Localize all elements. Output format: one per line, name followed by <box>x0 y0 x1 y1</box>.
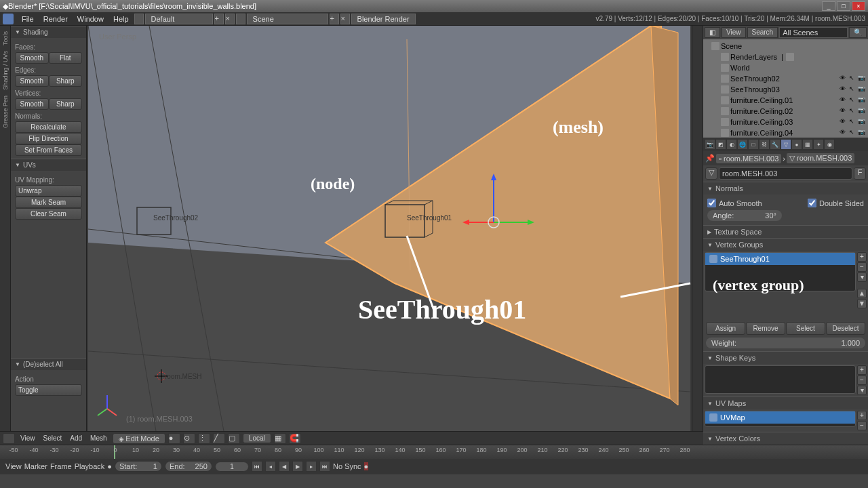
deselect-button[interactable]: Deselect <box>826 322 865 335</box>
tl-frame-menu[interactable]: Frame <box>50 462 72 470</box>
tab-scene[interactable]: ◐ <box>726 139 737 150</box>
start-frame-input[interactable]: Start:1 <box>115 461 162 472</box>
weight-field[interactable]: Weight:1.000 <box>706 338 865 348</box>
pivot-button[interactable]: ⊙ <box>183 433 195 444</box>
assign-button[interactable]: Assign <box>706 322 745 335</box>
keyframe-next-button[interactable]: ▸ <box>306 461 317 472</box>
tab-particles[interactable]: ✦ <box>813 139 824 150</box>
play-reverse-button[interactable]: ◀ <box>279 461 290 472</box>
world-item[interactable]: World <box>730 64 750 72</box>
viewport-right-edge[interactable] <box>692 26 703 431</box>
remove-button[interactable]: Remove <box>746 322 785 335</box>
clear-seam-button[interactable]: Clear Seam <box>15 208 82 220</box>
vertex-group-item[interactable]: SeeThrough01 <box>705 253 855 265</box>
minimize-button[interactable]: _ <box>822 1 835 11</box>
mesh-name-input[interactable] <box>719 167 852 180</box>
normals-header[interactable]: Normals <box>703 182 868 195</box>
scene-dropdown[interactable]: Scene <box>247 14 328 24</box>
recalculate-button[interactable]: Recalculate <box>15 121 82 133</box>
jump-end-button[interactable]: ⏭ <box>319 461 330 472</box>
tab-grease[interactable]: Grease Pen <box>1 93 9 131</box>
tab-tools[interactable]: Tools <box>1 28 9 48</box>
outliner-item[interactable]: furniture.Ceiling.02👁↖📷 <box>705 106 867 117</box>
maximize-button[interactable]: □ <box>837 1 850 11</box>
tab-data[interactable]: ▽ <box>781 139 791 150</box>
header-select-menu[interactable]: Select <box>41 434 65 443</box>
outliner-search-icon[interactable]: 🔍 <box>849 27 867 38</box>
screen-layout-dropdown[interactable]: Default <box>145 14 213 24</box>
mode-dropdown[interactable]: ◈ Edit Mode <box>113 433 165 444</box>
record-button[interactable]: ● <box>364 462 369 470</box>
mesh-browse-button[interactable]: ▽ <box>705 167 717 180</box>
menu-help[interactable]: Help <box>109 14 133 24</box>
jump-start-button[interactable]: ⏮ <box>252 461 262 472</box>
scene-item[interactable]: Scene <box>721 42 742 50</box>
mark-seam-button[interactable]: Mark Seam <box>15 197 82 208</box>
outliner-item[interactable]: SeeThrough03👁↖📷 <box>705 84 867 95</box>
auto-keyframe-button[interactable]: ● <box>107 462 112 470</box>
uv-maps-list[interactable]: UVMap <box>705 411 856 427</box>
sync-dropdown[interactable]: No Sync <box>333 462 361 470</box>
tab-renderlayers[interactable]: ◩ <box>715 139 726 150</box>
vg-add-button[interactable]: + <box>857 252 867 262</box>
tab-physics[interactable]: ◉ <box>824 139 835 150</box>
uv-maps-header[interactable]: UV Maps <box>703 396 868 409</box>
current-frame-input[interactable]: 1 <box>215 462 249 472</box>
tab-world[interactable]: 🌐 <box>737 139 748 150</box>
blender-logo-icon[interactable] <box>3 14 14 24</box>
orientation-dropdown[interactable]: Local <box>243 433 271 443</box>
uvmap-item[interactable]: UVMap <box>705 411 855 424</box>
outliner-filter-dropdown[interactable]: All Scenes <box>779 27 848 38</box>
header-view-menu[interactable]: View <box>18 434 38 443</box>
tl-playback-menu[interactable]: Playback <box>75 462 105 470</box>
keyframe-prev-button[interactable]: ◂ <box>265 461 276 472</box>
faces-flat-button[interactable]: Flat <box>49 52 83 64</box>
menu-window[interactable]: Window <box>73 14 108 24</box>
layers-button[interactable]: ▦ <box>274 433 286 444</box>
outliner-item[interactable]: SeeThrough02👁↖📷 <box>705 73 867 84</box>
timeline-ruler[interactable]: -50-40-30-20-100102030405060708090100110… <box>0 445 868 459</box>
outliner-search-menu[interactable]: Search <box>747 27 778 38</box>
sel-vert-button[interactable]: ⋮ <box>198 433 210 444</box>
tab-material[interactable]: ● <box>791 139 802 150</box>
scene-add-button[interactable]: + <box>330 14 339 24</box>
verts-smooth-button[interactable]: Smooth <box>15 98 49 110</box>
sk-add-button[interactable]: + <box>857 365 867 375</box>
vertex-colors-header[interactable]: Vertex Colors <box>703 432 868 445</box>
select-button[interactable]: Select <box>786 322 825 335</box>
sk-specials-button[interactable]: ▾ <box>857 386 867 395</box>
tab-shading[interactable]: Shading / UVs <box>1 48 9 93</box>
sk-remove-button[interactable]: − <box>857 375 867 385</box>
texture-space-header[interactable]: Texture Space <box>703 225 868 238</box>
editor-type-icon[interactable] <box>3 433 15 444</box>
outliner-item[interactable]: furniture.Ceiling.03👁↖📷 <box>705 117 867 127</box>
operator-panel-header[interactable]: (De)select All <box>11 358 86 370</box>
faces-smooth-button[interactable]: Smooth <box>15 52 49 64</box>
layout-add-button[interactable]: + <box>214 14 224 24</box>
vg-specials-button[interactable]: ▾ <box>857 272 867 282</box>
header-mesh-menu[interactable]: Mesh <box>87 434 109 443</box>
render-engine-dropdown[interactable]: Blender Render <box>351 14 416 24</box>
vg-moveup-button[interactable]: ▲ <box>857 289 867 298</box>
bc-mesh[interactable]: ▽ room.MESH.003 <box>787 153 854 163</box>
uv-add-button[interactable]: + <box>857 411 867 420</box>
verts-sharp-button[interactable]: Sharp <box>49 98 83 110</box>
shape-keys-list[interactable] <box>705 365 856 394</box>
close-button[interactable]: × <box>852 1 865 11</box>
shading-panel-header[interactable]: Shading <box>11 26 86 38</box>
vg-movedown-button[interactable]: ▼ <box>857 299 867 308</box>
sel-face-button[interactable]: ▢ <box>228 433 240 444</box>
layout-del-button[interactable]: × <box>225 14 235 24</box>
play-button[interactable]: ▶ <box>292 461 303 472</box>
scene-browse-button[interactable] <box>236 14 245 24</box>
tab-render[interactable]: 📷 <box>705 139 715 150</box>
layout-browse-button[interactable] <box>134 14 144 24</box>
renderlayers-item[interactable]: RenderLayers <box>730 53 777 61</box>
uv-remove-button[interactable]: − <box>857 421 867 430</box>
outliner-editor-icon[interactable]: ◧ <box>705 27 720 38</box>
scene-del-button[interactable]: × <box>340 14 350 24</box>
flip-direction-button[interactable]: Flip Direction <box>15 133 82 144</box>
autosmooth-checkbox[interactable]: Auto Smooth <box>707 199 762 207</box>
bc-object[interactable]: ▫ room.MESH.003 <box>716 154 781 163</box>
action-dropdown[interactable]: Toggle <box>15 384 82 396</box>
